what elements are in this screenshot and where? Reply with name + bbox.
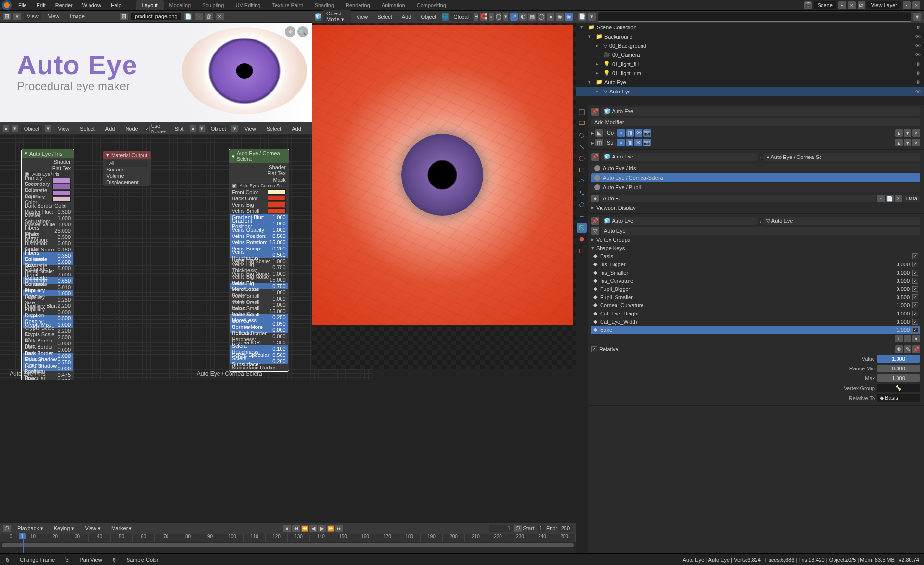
expand-icon[interactable]: ▸ <box>596 42 602 49</box>
tab-texture[interactable] <box>577 246 587 256</box>
node-menu-view[interactable]: View <box>54 125 74 132</box>
node-param[interactable]: Sclera Roughness:0.100 <box>230 345 288 352</box>
img-unlink-icon[interactable]: 🗑 <box>205 13 213 20</box>
expand-icon[interactable]: ▸ <box>596 70 602 76</box>
xray-icon[interactable]: ▦ <box>528 13 536 21</box>
shade-wire-icon[interactable]: ◯ <box>538 13 545 21</box>
object-mode[interactable]: Object <box>21 125 42 132</box>
snap-icon[interactable]: 🧲 <box>480 13 487 21</box>
max-field[interactable]: 1.000 <box>877 374 920 382</box>
object-name-field[interactable]: 🧊 Auto Eye <box>601 107 920 116</box>
mesh-data-field[interactable]: ▽ Auto Eye <box>763 217 920 225</box>
mod-close-icon[interactable]: × <box>912 139 920 146</box>
jump-start-icon[interactable]: ⏮ <box>292 525 300 532</box>
outliner-search-input[interactable] <box>598 12 911 22</box>
timeline-menu-view[interactable]: View ▾ <box>81 525 104 533</box>
mod-btn-icon[interactable]: ◨ <box>626 129 634 137</box>
shapekey-mute-checkbox[interactable] <box>912 311 918 316</box>
node-param[interactable]: Specular Saturation:1.500 <box>23 378 73 380</box>
viewport-display-header[interactable]: Viewport Display <box>596 205 636 210</box>
shader-type-icon[interactable]: ▾ <box>199 125 205 132</box>
mod-btn-icon[interactable]: 📷 <box>643 139 651 146</box>
shape-keys-header[interactable]: Shape Keys <box>596 245 625 251</box>
node-param[interactable]: Veins Big Thickness:0.750 <box>230 264 288 270</box>
tab-material[interactable] <box>577 235 587 244</box>
expand-icon[interactable]: ▾ <box>580 24 586 30</box>
viewlayer-name-field[interactable]: View Layer <box>867 1 901 9</box>
tab-data[interactable] <box>577 223 587 233</box>
node-param[interactable]: Crypts Opacity:0.500 <box>23 315 73 321</box>
node-autoeye-iris[interactable]: ▾ Auto Eye / Iris Shader Flat Tex ◉Auto … <box>21 149 74 380</box>
rangemin-field[interactable]: 0.000 <box>877 365 920 372</box>
sk-edit-icon[interactable]: ✎ <box>904 345 911 353</box>
shape-key-row[interactable]: ◆Iris_Curvature0.000 <box>591 276 920 285</box>
img-close-icon[interactable]: × <box>216 13 224 20</box>
expand-icon[interactable]: ▾ <box>588 79 594 85</box>
color-swatch[interactable] <box>52 178 71 183</box>
mode-select[interactable]: Object Mode ▾ <box>323 10 351 24</box>
node-param[interactable]: Master Saturation:1.000 <box>23 215 73 221</box>
mat-unlink-icon[interactable]: × <box>895 195 902 202</box>
overlay-icon[interactable]: ◐ <box>519 13 527 21</box>
timeline-ruler[interactable]: 0102030405060708090100110120130140150160… <box>0 534 576 542</box>
material-slot[interactable]: Auto Eye / Cornea-Sclera <box>591 173 920 182</box>
node-param[interactable]: Gradient Position:1.000 <box>230 220 288 226</box>
mat-new-icon[interactable]: ▫ <box>877 195 885 202</box>
mod-up-icon[interactable]: ▴ <box>895 139 903 146</box>
timeline-menu-marker[interactable]: Marker ▾ <box>107 525 136 533</box>
vgroup-field[interactable]: 🦴 <box>877 384 920 392</box>
color-swatch[interactable] <box>268 196 286 201</box>
use-nodes-checkbox[interactable] <box>145 126 150 131</box>
editor-type-icon[interactable]: ● <box>3 125 9 132</box>
workspace-tab-rendering[interactable]: Rendering <box>340 0 376 10</box>
node-menu-node[interactable]: Node <box>121 125 141 132</box>
outliner-item[interactable]: ▾📁Background👁 <box>576 32 924 41</box>
sk-mute-icon[interactable]: 👁 <box>895 345 903 353</box>
vertex-groups-header[interactable]: Vertex Groups <box>596 237 630 243</box>
modifier-su[interactable]: Su <box>604 139 616 146</box>
img-browse-icon[interactable]: 📄 <box>184 13 192 20</box>
mod-btn-icon[interactable]: ▫ <box>617 139 625 146</box>
workspace-tab-sculpting[interactable]: Sculpting <box>196 0 230 10</box>
viewport-menu-add[interactable]: Add <box>398 13 415 21</box>
shade-render-icon[interactable]: ◉ <box>565 13 573 21</box>
node-pick-icon[interactable]: ◉ <box>232 184 237 188</box>
mat-slot-field[interactable]: ● Auto Eye / Cornea-Sc <box>763 153 920 161</box>
autokey-icon[interactable]: ● <box>283 525 291 532</box>
outliner-item[interactable]: 🎥00_Camera👁 <box>576 50 924 59</box>
workspace-tab-texture paint[interactable]: Texture Paint <box>266 0 308 10</box>
color-swatch[interactable] <box>52 197 71 202</box>
play-rev-icon[interactable]: ◀ <box>309 525 317 532</box>
node-param[interactable]: Cornea Border Hardness:0.000 <box>230 333 288 339</box>
orient-icon[interactable]: 🌐 <box>442 13 449 21</box>
node-param[interactable]: Subsurface Radius <box>230 364 288 370</box>
shape-key-row[interactable]: ◆Cat_Eye_Height0.000 <box>591 309 920 317</box>
prop-falloff-icon[interactable]: ▾ <box>503 13 508 21</box>
workspace-tab-uv editing[interactable]: UV Editing <box>230 0 266 10</box>
slot-label[interactable]: Slot <box>175 126 184 131</box>
delete-scene-icon[interactable]: × <box>848 1 856 9</box>
outliner-item[interactable]: ▸▽00_Background👁 <box>576 41 924 50</box>
visibility-icon[interactable]: 👁 <box>914 43 921 49</box>
timeline-cursor[interactable]: 1 <box>23 534 24 553</box>
img-view-menu[interactable]: View <box>44 13 64 20</box>
add-modifier-button[interactable]: Add Modifier <box>591 118 920 126</box>
keyframe-prev-icon[interactable]: ⏪ <box>301 525 308 532</box>
node-param[interactable]: Sclera Subsurface:0.200 <box>230 358 288 364</box>
color-swatch[interactable] <box>52 184 71 189</box>
outliner-item[interactable]: ▸▽Auto Eye👁 <box>576 87 924 96</box>
mat-target[interactable]: All <box>106 160 148 167</box>
node-param[interactable]: Pupillary Size:0.250 <box>23 296 73 302</box>
viewport-menu-select[interactable]: Select <box>373 13 396 21</box>
editor-type-icon[interactable]: 🖼 <box>3 13 11 20</box>
sk-specials-icon[interactable]: ▾ <box>912 335 920 342</box>
end-field[interactable]: 250 <box>558 525 573 532</box>
filter-icon[interactable]: ▼ <box>913 13 921 21</box>
pivot-icon[interactable]: ⊕ <box>474 13 478 21</box>
pin-icon[interactable]: 📌 <box>591 153 599 161</box>
tab-output[interactable] <box>577 119 587 129</box>
tab-viewlayer[interactable] <box>577 131 587 140</box>
sk-remove-icon[interactable]: − <box>904 335 911 342</box>
menu-edit[interactable]: Edit <box>32 2 51 8</box>
scene-name-field[interactable]: Scene <box>814 1 836 9</box>
